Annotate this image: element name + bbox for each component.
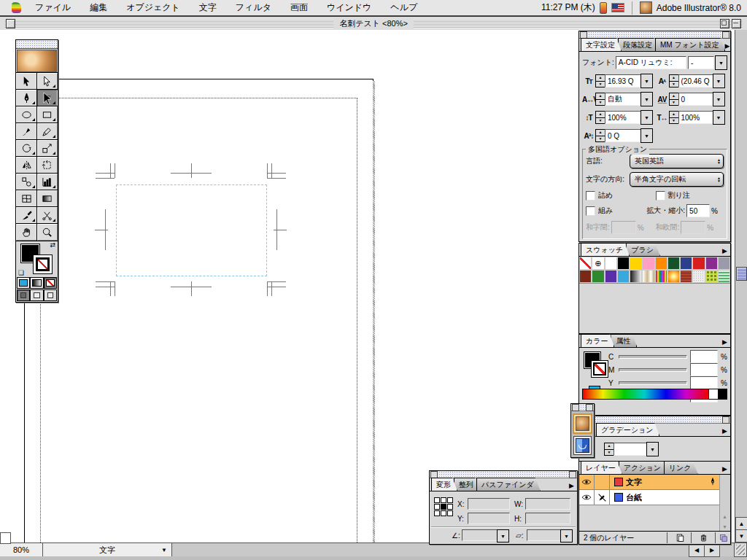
rotate-dropdown[interactable]: ▼ [497,529,509,542]
palette-title-bar[interactable] [571,404,594,411]
window-collapse-box[interactable] [732,19,741,28]
swatch-beige-linear[interactable] [642,270,654,283]
palette-title-bar[interactable] [579,31,730,39]
stroke-proxy[interactable] [591,360,608,378]
standard-screen-button[interactable] [17,289,30,301]
illustrator-app-button[interactable] [573,413,592,434]
hscale-field[interactable]: 100% [678,111,713,124]
menu-2[interactable]: オブジェクト [117,1,190,14]
swatch-solid-7[interactable] [667,257,680,270]
application-menu-label[interactable]: Adobe Illustrator® 8.0 [657,3,741,13]
reference-point-proxy[interactable] [434,497,453,516]
layers-scroll-up[interactable]: ▲ [721,514,729,519]
tab-pathfinder[interactable]: パスファインダ [476,478,541,491]
menu-4[interactable]: フィルタ [226,1,281,14]
tab-paragraph-settings[interactable]: 段落設定 [618,38,659,51]
menu-clock[interactable]: 11:27 PM (木) [541,1,595,14]
lock-toggle-empty[interactable] [595,475,610,489]
window-title-bar[interactable]: 名刺テスト <80%> [0,16,747,31]
window-close-box[interactable] [6,19,15,28]
palette-menu-arrow[interactable]: ▶ [719,338,730,346]
warichu-checkbox[interactable] [656,191,665,201]
swatch-solid-10[interactable] [705,257,718,270]
finder-app-button[interactable] [573,436,592,455]
swatch-solid-15[interactable] [617,270,630,283]
stroke-proxy[interactable] [33,254,53,274]
swatch-solid-8[interactable] [680,257,692,270]
keyboard-flag-icon[interactable] [611,3,624,12]
color-button[interactable] [17,277,30,289]
layers-scrollbar[interactable]: ▲▼ [719,475,730,531]
layer-row-台紙[interactable]: 台紙 [579,490,730,505]
scroll-right-arrow[interactable]: ▶ [704,543,720,557]
tab-gradient[interactable]: グラデーション [596,423,659,436]
tab-mm-font-settings[interactable]: MM フォント設定 [655,38,725,51]
language-popup[interactable]: 英国英語 ▲▼ [630,154,724,168]
palette-menu-arrow[interactable]: ▶ [566,482,577,489]
swatch-solid-11[interactable] [718,257,730,270]
size-stepper[interactable]: ▲▼ [595,74,605,88]
horizontal-scrollbar[interactable]: ◀ ▶ [172,543,735,556]
tool-paintbrush[interactable] [16,123,37,140]
swatch-solid-2[interactable] [605,257,617,270]
w-field[interactable] [525,498,570,510]
gradient-button[interactable] [30,277,43,289]
apple-menu-icon[interactable] [12,2,21,13]
swatch-solid-13[interactable] [592,270,604,283]
swatch-solid-3[interactable] [617,257,630,270]
tool-direct-selection[interactable] [37,73,58,90]
tab-transform[interactable]: 変形 [431,478,457,491]
palette-collapse-box[interactable] [722,416,729,424]
none-button[interactable] [44,277,57,289]
rotate-field[interactable] [462,529,498,541]
x-field[interactable] [468,498,510,510]
layer-row-文字[interactable]: 文字 [579,475,730,490]
tool-ellipse[interactable] [16,106,37,123]
full-screen-menu-button[interactable] [30,289,43,301]
channel-slider-C[interactable] [619,355,687,359]
tab-links[interactable]: リンク [664,461,698,474]
new-layer-button[interactable] [667,532,691,543]
tab-brushes[interactable]: ブラシ [626,243,660,256]
palette-menu-arrow[interactable]: ▶ [719,427,730,435]
channel-slider-Y[interactable] [619,381,687,385]
menu-1[interactable]: 編集 [80,1,117,14]
channel-slider-M[interactable] [619,368,687,372]
layer-name[interactable]: 文字 [626,477,708,488]
swatch-registration[interactable]: ⊕ [592,257,604,270]
font-style-field[interactable]: - [688,56,714,69]
eye-icon[interactable] [579,490,595,505]
layers-scroll-down[interactable]: ▼ [721,524,729,529]
zoom-level-field[interactable]: 80% [0,543,43,556]
direction-popup[interactable]: 半角文字の回転 ▲▼ [630,172,724,187]
palette-zoom-box[interactable] [586,404,593,411]
hscale-stepper[interactable]: ▲▼ [669,111,679,124]
tool-hand[interactable] [16,224,37,241]
palette-collapse-box[interactable] [722,31,729,39]
palette-close-box[interactable] [572,404,579,411]
shear-field[interactable] [527,529,562,541]
palette-collapse-box[interactable] [569,471,576,478]
scroll-up-arrow[interactable]: ▲ [735,517,747,530]
window-resize-grip[interactable] [734,542,747,557]
tab-color[interactable]: カラー [581,334,614,347]
baseline-stepper[interactable]: ▲▼ [595,129,605,142]
tool-reflect[interactable] [16,157,37,174]
tab-actions[interactable]: アクション [619,461,667,474]
tool-scale[interactable] [37,140,58,157]
swatch-solid-9[interactable] [692,257,705,270]
swatch-green-stripes[interactable] [718,270,730,283]
swatch-solid-5[interactable] [642,257,654,270]
gradient-stepper[interactable]: ▲▼ [604,443,614,456]
shear-dropdown[interactable]: ▼ [560,529,573,542]
default-fill-stroke-icon[interactable]: ❏ [18,269,24,276]
menu-0[interactable]: ファイル [26,1,80,14]
toolbox-drag-bar[interactable] [16,40,58,49]
tracking-stepper[interactable]: ▲▼ [669,93,679,106]
white-chip[interactable] [708,389,718,399]
tsume-checkbox[interactable] [586,191,595,201]
tracking-dropdown-button[interactable]: ▼ [713,92,725,106]
tool-scissors[interactable] [37,207,58,224]
battery-icon[interactable] [600,2,607,14]
menu-7[interactable]: ヘルプ [381,1,427,14]
